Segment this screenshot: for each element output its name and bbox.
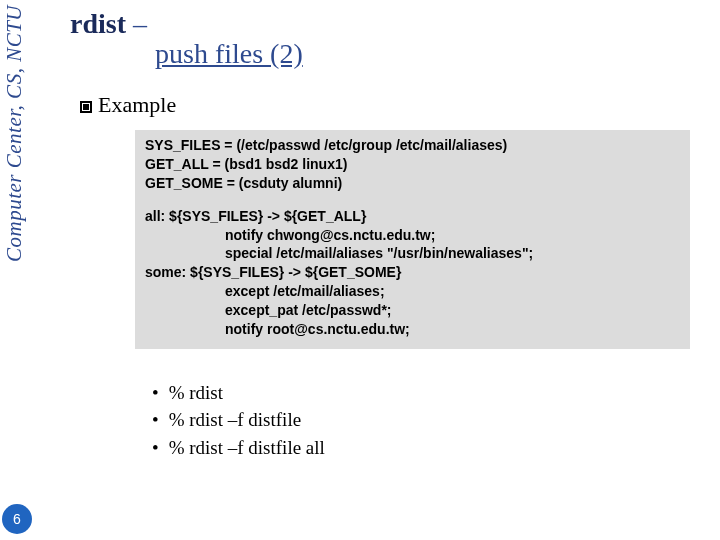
code-line: GET_SOME = (csduty alumni) xyxy=(145,174,680,193)
code-line: notify root@cs.nctu.edu.tw; xyxy=(145,320,680,339)
list-item: % rdist –f distfile all xyxy=(152,434,705,462)
section-heading: Example xyxy=(98,92,176,117)
title-command: rdist xyxy=(70,8,126,39)
code-block: SYS_FILES = (/etc/passwd /etc/group /etc… xyxy=(135,130,690,349)
page-number-badge: 6 xyxy=(2,504,32,534)
sidebar-institution: Computer Center, CS, NCTU xyxy=(2,5,27,262)
code-line: notify chwong@cs.nctu.edu.tw; xyxy=(145,226,680,245)
code-blank-line xyxy=(145,193,680,207)
code-line: except_pat /etc/passwd*; xyxy=(145,301,680,320)
slide-title-line2: push files (2) xyxy=(155,38,705,70)
square-bullet-icon xyxy=(80,101,92,113)
code-line: SYS_FILES = (/etc/passwd /etc/group /etc… xyxy=(145,136,680,155)
code-line: all: ${SYS_FILES} -> ${GET_ALL} xyxy=(145,207,680,226)
command-list: % rdist % rdist –f distfile % rdist –f d… xyxy=(152,379,705,462)
list-item: % rdist xyxy=(152,379,705,407)
code-line: special /etc/mail/aliases "/usr/bin/newa… xyxy=(145,244,680,263)
section-example: Example SYS_FILES = (/etc/passwd /etc/gr… xyxy=(80,92,705,462)
title-sep: – xyxy=(126,8,147,39)
code-line: except /etc/mail/aliases; xyxy=(145,282,680,301)
code-line: some: ${SYS_FILES} -> ${GET_SOME} xyxy=(145,263,680,282)
list-item: % rdist –f distfile xyxy=(152,406,705,434)
slide-content: rdist – push files (2) Example SYS_FILES… xyxy=(70,8,705,462)
code-line: GET_ALL = (bsd1 bsd2 linux1) xyxy=(145,155,680,174)
slide-title-line1: rdist – xyxy=(70,8,705,40)
